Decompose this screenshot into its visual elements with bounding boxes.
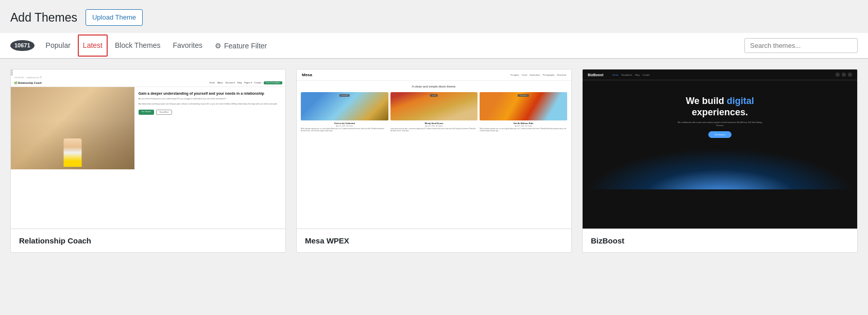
- theme-thumbnail-relationship-coach: +123-456-789 mail@domain.com ≡ 🌿 Relatio…: [11, 69, 285, 229]
- theme-card-bizboost[interactable]: BizBoost Home Templates ▾ Blog Contact W…: [582, 69, 858, 253]
- tab-favorites[interactable]: Favorites: [167, 34, 208, 57]
- themes-count-badge: 10671: [10, 40, 35, 51]
- feature-filter-button[interactable]: ⚙ Feature Filter: [210, 38, 272, 54]
- feature-filter-label: Feature Filter: [224, 42, 267, 50]
- theme-name-relationship-coach: Relationship Coach: [11, 229, 285, 252]
- tab-popular[interactable]: Popular: [41, 34, 76, 57]
- theme-name-bizboost: BizBoost: [583, 229, 857, 252]
- gear-icon: ⚙: [215, 42, 222, 50]
- theme-card-mesa-wpex[interactable]: Mesa Thoughts Travel Exploration Photogr…: [296, 69, 572, 253]
- tab-block-themes[interactable]: Block Themes: [110, 34, 165, 57]
- themes-grid: +123-456-789 mail@domain.com ≡ 🌿 Relatio…: [0, 59, 868, 263]
- page-header: Add Themes Upload Theme: [0, 0, 868, 33]
- theme-card-relationship-coach[interactable]: +123-456-789 mail@domain.com ≡ 🌿 Relatio…: [10, 69, 286, 253]
- search-input[interactable]: [744, 38, 858, 53]
- tab-latest[interactable]: Latest: [78, 34, 108, 57]
- page-title: Add Themes: [10, 11, 77, 25]
- theme-name-mesa-wpex: Mesa WPEX: [297, 229, 571, 252]
- upload-theme-button[interactable]: Upload Theme: [86, 9, 143, 26]
- themes-nav: 10671 Popular Latest Block Themes Favori…: [0, 33, 868, 59]
- theme-thumbnail-bizboost: BizBoost Home Templates ▾ Blog Contact W…: [583, 69, 857, 229]
- theme-thumbnail-mesa-wpex: Mesa Thoughts Travel Exploration Photogr…: [297, 69, 571, 229]
